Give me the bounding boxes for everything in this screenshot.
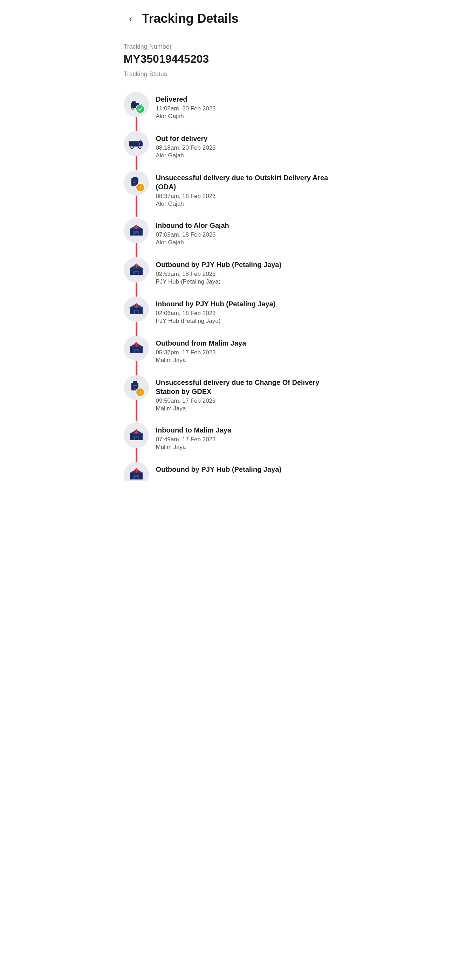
event-time-inbound-pjy: 02:06am, 18 Feb 2023 <box>156 310 329 317</box>
icon-column-out-for-delivery <box>124 131 149 170</box>
event-content-delivered: Delivered11:05am, 20 Feb 2023Alor Gajah <box>156 92 329 130</box>
connector-line-inbound-malim-jaya <box>135 448 137 462</box>
icon-column-outbound-pjy-2 <box>124 462 149 481</box>
svg-rect-54 <box>135 438 138 440</box>
event-location-out-for-delivery: Alor Gajah <box>156 152 329 159</box>
event-title-inbound-pjy: Inbound by PJY Hub (Petaling Jaya) <box>156 299 329 309</box>
timeline-item-unsuccessful-change-station: ! Unsuccessful delivery due to Change Of… <box>124 375 329 423</box>
icon-column-unsuccessful-oda: ! <box>124 170 149 216</box>
page-title: Tracking Details <box>142 11 239 26</box>
icon-circle-unsuccessful-oda: ! <box>124 170 149 196</box>
back-button[interactable]: ‹ <box>124 11 138 25</box>
event-content-outbound-pjy-2: Outbound by PJY Hub (Petaling Jaya) <box>156 462 329 481</box>
event-content-inbound-alor-gajah: Inbound to Alor Gajah07:08am, 18 Feb 202… <box>156 218 329 256</box>
event-location-outbound-pjy: PJY Hub (Petaling Jaya) <box>156 278 329 285</box>
svg-text:!: ! <box>140 390 141 394</box>
icon-circle-outbound-pjy-2 <box>124 462 149 481</box>
svg-rect-45 <box>133 381 137 384</box>
event-location-unsuccessful-oda: Alor Gajah <box>156 200 329 207</box>
icon-circle-inbound-malim-jaya <box>124 423 149 448</box>
icon-column-inbound-alor-gajah <box>124 218 149 257</box>
connector-line-unsuccessful-oda <box>135 196 137 216</box>
icon-column-delivered <box>124 92 149 131</box>
icon-column-inbound-pjy <box>124 296 149 336</box>
event-time-outbound-pjy: 02:53am, 18 Feb 2023 <box>156 270 329 278</box>
svg-rect-27 <box>135 233 138 235</box>
timeline-item-out-for-delivery: Out for delivery08:18am, 20 Feb 2023Alor… <box>124 131 329 170</box>
icon-circle-outbound-pjy <box>124 257 149 283</box>
event-title-outbound-pjy-2: Outbound by PJY Hub (Petaling Jaya) <box>156 465 329 474</box>
icon-circle-inbound-pjy <box>124 296 149 322</box>
icon-circle-out-for-delivery <box>124 131 149 156</box>
connector-line-inbound-pjy <box>135 322 137 336</box>
icon-circle-inbound-alor-gajah <box>124 218 149 243</box>
timeline-item-outbound-pjy-2: Outbound by PJY Hub (Petaling Jaya) <box>124 462 329 481</box>
icon-column-outbound-pjy <box>124 257 149 296</box>
svg-rect-42 <box>135 350 138 353</box>
event-time-outbound-malim-jaya: 05:37pm, 17 Feb 2023 <box>156 349 329 356</box>
event-content-unsuccessful-oda: Unsuccessful delivery due to Outskirt De… <box>156 170 329 218</box>
svg-rect-11 <box>129 141 138 142</box>
event-title-inbound-malim-jaya: Inbound to Malim Jaya <box>156 425 329 434</box>
tracking-number-value: MY35019445203 <box>124 52 329 65</box>
tracking-number-label: Tracking Number <box>124 43 329 51</box>
event-time-inbound-alor-gajah: 07:08am, 18 Feb 2023 <box>156 231 329 238</box>
header: ‹ Tracking Details <box>113 0 339 33</box>
event-location-delivered: Alor Gajah <box>156 113 329 120</box>
connector-line-outbound-malim-jaya <box>135 361 137 375</box>
event-location-inbound-alor-gajah: Alor Gajah <box>156 239 329 246</box>
tracking-status-label: Tracking Status <box>124 70 329 78</box>
icon-column-unsuccessful-change-station: ! <box>124 375 149 421</box>
svg-marker-10 <box>138 140 143 142</box>
event-time-delivered: 11:05am, 20 Feb 2023 <box>156 105 329 112</box>
svg-point-15 <box>139 146 140 148</box>
event-content-outbound-malim-jaya: Outbound from Malim Jaya05:37pm, 17 Feb … <box>156 336 329 374</box>
event-content-outbound-pjy: Outbound by PJY Hub (Petaling Jaya)02:53… <box>156 257 329 296</box>
icon-circle-delivered <box>124 92 149 117</box>
event-location-outbound-malim-jaya: Malim Jaya <box>156 357 329 364</box>
connector-line-inbound-alor-gajah <box>135 243 137 257</box>
icon-circle-unsuccessful-change-station: ! <box>124 375 149 400</box>
event-content-inbound-malim-jaya: Inbound to Malim Jaya07:49am, 17 Feb 202… <box>156 423 329 461</box>
event-title-out-for-delivery: Out for delivery <box>156 134 329 143</box>
event-title-delivered: Delivered <box>156 95 329 104</box>
svg-rect-59 <box>135 477 138 479</box>
timeline-item-outbound-malim-jaya: Outbound from Malim Jaya05:37pm, 17 Feb … <box>124 336 329 375</box>
icon-circle-outbound-malim-jaya <box>124 336 149 361</box>
event-time-out-for-delivery: 08:18am, 20 Feb 2023 <box>156 145 329 151</box>
back-arrow-icon: ‹ <box>129 13 132 24</box>
event-time-inbound-malim-jaya: 07:49am, 17 Feb 2023 <box>156 436 329 443</box>
svg-rect-16 <box>139 143 140 145</box>
event-time-unsuccessful-change-station: 09:50am, 17 Feb 2023 <box>156 398 329 404</box>
icon-column-outbound-malim-jaya <box>124 336 149 375</box>
timeline-item-outbound-pjy: Outbound by PJY Hub (Petaling Jaya)02:53… <box>124 257 329 296</box>
svg-rect-2 <box>132 101 135 102</box>
connector-line-delivered <box>135 117 137 131</box>
event-content-inbound-pjy: Inbound by PJY Hub (Petaling Jaya)02:06a… <box>156 296 329 335</box>
event-content-unsuccessful-change-station: Unsuccessful delivery due to Change Of D… <box>156 375 329 423</box>
timeline-item-delivered: Delivered11:05am, 20 Feb 2023Alor Gajah <box>124 92 329 131</box>
connector-line-out-for-delivery <box>135 156 137 170</box>
svg-point-13 <box>131 146 133 148</box>
connector-line-unsuccessful-change-station <box>135 400 137 421</box>
event-location-unsuccessful-change-station: Malim Jaya <box>156 405 329 412</box>
icon-column-inbound-malim-jaya <box>124 423 149 462</box>
event-content-out-for-delivery: Out for delivery08:18am, 20 Feb 2023Alor… <box>156 131 329 170</box>
connector-line-outbound-pjy <box>135 283 137 296</box>
event-time-unsuccessful-oda: 08:37am, 18 Feb 2023 <box>156 193 329 200</box>
svg-text:!: ! <box>140 185 141 189</box>
timeline-item-inbound-malim-jaya: Inbound to Malim Jaya07:49am, 17 Feb 202… <box>124 423 329 462</box>
timeline-item-inbound-pjy: Inbound by PJY Hub (Petaling Jaya)02:06a… <box>124 296 329 336</box>
timeline: Delivered11:05am, 20 Feb 2023Alor Gajah … <box>113 92 339 481</box>
svg-point-3 <box>132 107 134 109</box>
svg-rect-32 <box>135 272 138 275</box>
event-location-inbound-pjy: PJY Hub (Petaling Jaya) <box>156 318 329 325</box>
svg-rect-9 <box>138 142 143 146</box>
event-title-inbound-alor-gajah: Inbound to Alor Gajah <box>156 221 329 230</box>
svg-rect-37 <box>135 311 138 314</box>
timeline-item-inbound-alor-gajah: Inbound to Alor Gajah07:08am, 18 Feb 202… <box>124 218 329 257</box>
event-title-unsuccessful-change-station: Unsuccessful delivery due to Change Of D… <box>156 378 329 396</box>
event-title-outbound-malim-jaya: Outbound from Malim Jaya <box>156 339 329 348</box>
event-location-inbound-malim-jaya: Malim Jaya <box>156 444 329 451</box>
timeline-item-unsuccessful-oda: ! Unsuccessful delivery due to Outskirt … <box>124 170 329 218</box>
